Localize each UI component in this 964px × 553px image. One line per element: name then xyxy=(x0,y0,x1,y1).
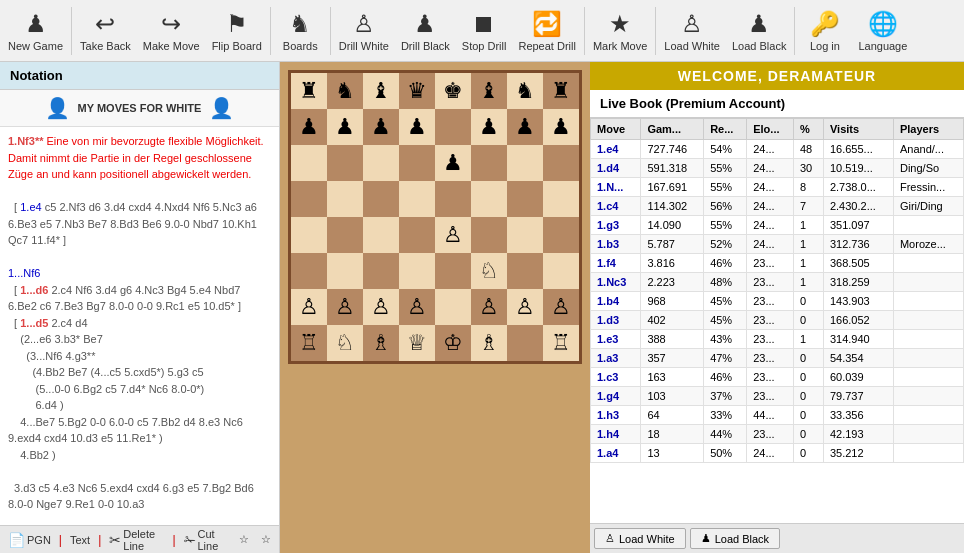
col-games[interactable]: Gam... xyxy=(641,119,704,140)
move-cell[interactable]: 1.Nc3 xyxy=(591,273,641,292)
language-button[interactable]: 🌐 Language xyxy=(852,2,913,60)
table-row[interactable]: 1.c4 114.302 56% 24... 7 2.430.2... Giri… xyxy=(591,197,964,216)
move-cell[interactable]: 1.e4 xyxy=(591,140,641,159)
square-2-5[interactable] xyxy=(471,145,507,181)
square-6-2[interactable]: ♙ xyxy=(363,289,399,325)
move-cell[interactable]: 1.b3 xyxy=(591,235,641,254)
square-4-4[interactable]: ♙ xyxy=(435,217,471,253)
square-3-2[interactable] xyxy=(363,181,399,217)
table-row[interactable]: 1.b3 5.787 52% 24... 1 312.736 Moroze... xyxy=(591,235,964,254)
square-2-1[interactable] xyxy=(327,145,363,181)
square-1-1[interactable]: ♟ xyxy=(327,109,363,145)
square-4-2[interactable] xyxy=(363,217,399,253)
square-0-5[interactable]: ♝ xyxy=(471,73,507,109)
table-row[interactable]: 1.g3 14.090 55% 24... 1 351.097 xyxy=(591,216,964,235)
footer-load-black-button[interactable]: ♟ Load Black xyxy=(690,528,780,549)
move-cell[interactable]: 1.d4 xyxy=(591,159,641,178)
square-3-4[interactable] xyxy=(435,181,471,217)
move-cell[interactable]: 1.d3 xyxy=(591,311,641,330)
repeat-drill-button[interactable]: 🔁 Repeat Drill xyxy=(512,2,581,60)
load-white-button[interactable]: ♙ Load White xyxy=(658,2,726,60)
table-row[interactable]: 1.b4 968 45% 23... 0 143.903 xyxy=(591,292,964,311)
col-visits[interactable]: Visits xyxy=(823,119,893,140)
square-2-7[interactable] xyxy=(543,145,579,181)
square-4-7[interactable] xyxy=(543,217,579,253)
square-2-4[interactable]: ♟ xyxy=(435,145,471,181)
table-row[interactable]: 1.d4 591.318 55% 24... 30 10.519... Ding… xyxy=(591,159,964,178)
mark-move-button[interactable]: ★ Mark Move xyxy=(587,2,653,60)
move-cell[interactable]: 1.e3 xyxy=(591,330,641,349)
square-3-7[interactable] xyxy=(543,181,579,217)
notation-content[interactable]: 1.Nf3** Eine von mir bevorzugte flexible… xyxy=(0,127,279,525)
square-4-1[interactable] xyxy=(327,217,363,253)
square-0-7[interactable]: ♜ xyxy=(543,73,579,109)
square-5-3[interactable] xyxy=(399,253,435,289)
log-in-button[interactable]: 🔑 Log in xyxy=(797,2,852,60)
square-0-2[interactable]: ♝ xyxy=(363,73,399,109)
square-1-4[interactable] xyxy=(435,109,471,145)
square-0-6[interactable]: ♞ xyxy=(507,73,543,109)
square-6-1[interactable]: ♙ xyxy=(327,289,363,325)
square-5-1[interactable] xyxy=(327,253,363,289)
col-move[interactable]: Move xyxy=(591,119,641,140)
square-6-6[interactable]: ♙ xyxy=(507,289,543,325)
make-move-button[interactable]: ↪ Make Move xyxy=(137,2,206,60)
boards-button[interactable]: ♞ Boards xyxy=(273,2,328,60)
square-2-6[interactable] xyxy=(507,145,543,181)
take-back-button[interactable]: ↩ Take Back xyxy=(74,2,137,60)
cut-line-button[interactable]: ✁ Cut Line xyxy=(180,526,232,554)
move-cell[interactable]: 1.N... xyxy=(591,178,641,197)
star1-button[interactable]: ☆ xyxy=(235,531,253,548)
move-cell[interactable]: 1.g4 xyxy=(591,387,641,406)
square-1-2[interactable]: ♟ xyxy=(363,109,399,145)
square-7-0[interactable]: ♖ xyxy=(291,325,327,361)
square-0-3[interactable]: ♛ xyxy=(399,73,435,109)
pgn-button[interactable]: 📄 PGN xyxy=(4,530,55,550)
square-7-4[interactable]: ♔ xyxy=(435,325,471,361)
move-cell[interactable]: 1.b4 xyxy=(591,292,641,311)
move-cell[interactable]: 1.a3 xyxy=(591,349,641,368)
col-players[interactable]: Players xyxy=(893,119,963,140)
drill-white-button[interactable]: ♙ Drill White xyxy=(333,2,395,60)
star2-button[interactable]: ☆ xyxy=(257,531,275,548)
square-7-6[interactable] xyxy=(507,325,543,361)
delete-line-button[interactable]: ✂ Delete Line xyxy=(105,526,168,554)
square-4-3[interactable] xyxy=(399,217,435,253)
move-cell[interactable]: 1.c4 xyxy=(591,197,641,216)
square-5-4[interactable] xyxy=(435,253,471,289)
square-1-0[interactable]: ♟ xyxy=(291,109,327,145)
square-2-0[interactable] xyxy=(291,145,327,181)
move-cell[interactable]: 1.h4 xyxy=(591,425,641,444)
move-cell[interactable]: 1.f4 xyxy=(591,254,641,273)
square-4-6[interactable] xyxy=(507,217,543,253)
table-row[interactable]: 1.h3 64 33% 44... 0 33.356 xyxy=(591,406,964,425)
square-6-3[interactable]: ♙ xyxy=(399,289,435,325)
square-1-7[interactable]: ♟ xyxy=(543,109,579,145)
square-5-0[interactable] xyxy=(291,253,327,289)
square-3-6[interactable] xyxy=(507,181,543,217)
table-row[interactable]: 1.c3 163 46% 23... 0 60.039 xyxy=(591,368,964,387)
square-7-7[interactable]: ♖ xyxy=(543,325,579,361)
col-elo[interactable]: Elo... xyxy=(747,119,794,140)
move-cell[interactable]: 1.g3 xyxy=(591,216,641,235)
square-6-5[interactable]: ♙ xyxy=(471,289,507,325)
square-6-4[interactable] xyxy=(435,289,471,325)
table-row[interactable]: 1.a4 13 50% 24... 0 35.212 xyxy=(591,444,964,463)
load-black-button[interactable]: ♟ Load Black xyxy=(726,2,792,60)
move-cell[interactable]: 1.h3 xyxy=(591,406,641,425)
square-7-3[interactable]: ♕ xyxy=(399,325,435,361)
table-row[interactable]: 1.a3 357 47% 23... 0 54.354 xyxy=(591,349,964,368)
square-5-7[interactable] xyxy=(543,253,579,289)
square-3-0[interactable] xyxy=(291,181,327,217)
col-pct[interactable]: % xyxy=(793,119,823,140)
square-2-3[interactable] xyxy=(399,145,435,181)
square-4-5[interactable] xyxy=(471,217,507,253)
moves-table[interactable]: Move Gam... Re... Elo... % Visits Player… xyxy=(590,118,964,523)
table-row[interactable]: 1.d3 402 45% 23... 0 166.052 xyxy=(591,311,964,330)
square-7-1[interactable]: ♘ xyxy=(327,325,363,361)
table-row[interactable]: 1.g4 103 37% 23... 0 79.737 xyxy=(591,387,964,406)
square-4-0[interactable] xyxy=(291,217,327,253)
flip-board-button[interactable]: ⚑ Flip Board xyxy=(206,2,268,60)
square-0-0[interactable]: ♜ xyxy=(291,73,327,109)
table-row[interactable]: 1.h4 18 44% 23... 0 42.193 xyxy=(591,425,964,444)
